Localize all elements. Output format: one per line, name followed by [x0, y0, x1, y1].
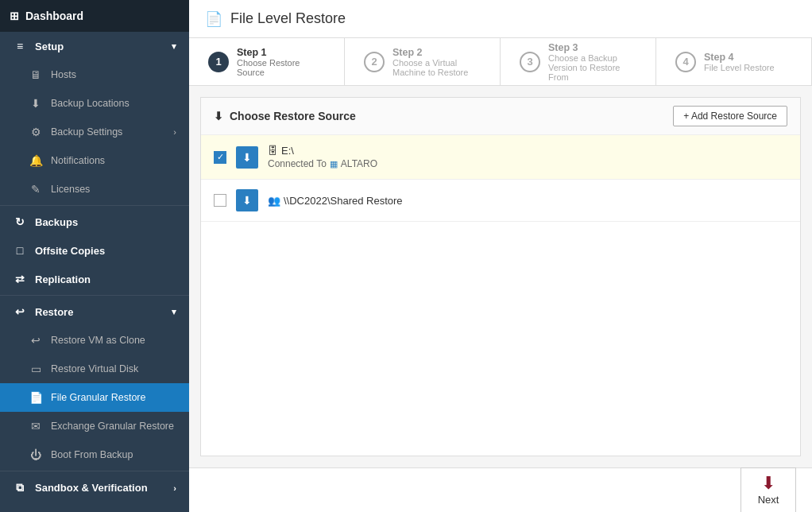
sidebar-item-setup[interactable]: ≡ Setup ▾ — [0, 32, 189, 60]
app-title[interactable]: Dashboard — [25, 10, 83, 22]
notifications-icon: 🔔 — [29, 154, 43, 167]
sidebar-item-offsite-copies[interactable]: □ Offsite Copies — [0, 236, 189, 265]
panel-header: ⬇ Choose Restore Source + Add Restore So… — [201, 98, 800, 135]
sidebar-header: ⊞ Dashboard — [0, 0, 189, 32]
sidebar-label-notifications: Notifications — [51, 155, 105, 166]
chevron-right-icon: › — [173, 127, 176, 137]
sidebar-label-replication: Replication — [35, 273, 91, 285]
sidebar-item-boot-from-backup[interactable]: ⏻ Boot From Backup — [0, 440, 189, 469]
sidebar-label-boot: Boot From Backup — [51, 449, 133, 460]
backups-icon: ↻ — [13, 215, 27, 228]
steps-bar: 1 Step 1 Choose Restore Source 2 Step 2 … — [189, 38, 812, 86]
step-1-circle: 1 — [208, 52, 229, 72]
exchange-icon: ✉ — [29, 420, 43, 432]
sidebar-item-file-granular-restore[interactable]: 📄 File Granular Restore — [0, 383, 189, 412]
source-1-name: 🗄 E:\ — [268, 145, 377, 157]
source-1-grid-icon: ▦ — [330, 159, 338, 169]
replication-icon: ⇄ — [13, 273, 27, 285]
step-2: 2 Step 2 Choose a Virtual Machine to Res… — [345, 38, 501, 85]
step-1-text: Step 1 Choose Restore Source — [237, 47, 325, 77]
source-1-sub: Connected To ▦ ALTARO — [268, 158, 377, 169]
boot-icon: ⏻ — [29, 448, 43, 461]
file-granular-icon: 📄 — [29, 391, 43, 404]
step-3-circle: 3 — [520, 52, 540, 72]
backup-settings-icon: ⚙ — [29, 126, 43, 138]
sidebar-item-sandbox[interactable]: ⧉ Sandbox & Verification › — [0, 473, 189, 502]
sidebar-item-restore-vm-clone[interactable]: ↩ Restore VM as Clone — [0, 326, 189, 355]
content-area: ⬇ Choose Restore Source + Add Restore So… — [189, 86, 812, 467]
restore-vm-clone-icon: ↩ — [29, 334, 43, 347]
sidebar-label-offsite: Offsite Copies — [35, 245, 105, 257]
source-row-2[interactable]: ⬇ 👥 \\DC2022\Shared Restore — [201, 180, 800, 222]
source-1-sub-label: Connected To — [268, 158, 327, 169]
step-4-label: Step 4 — [704, 52, 775, 63]
sidebar-item-restore-virtual-disk[interactable]: ▭ Restore Virtual Disk — [0, 355, 189, 383]
sidebar-label-backup-settings: Backup Settings — [51, 126, 122, 138]
source-1-drive-icon: 🗄 — [268, 145, 278, 157]
source-1-download-icon: ⬇ — [236, 146, 258, 169]
sandbox-icon: ⧉ — [13, 481, 27, 495]
step-2-label: Step 2 — [392, 47, 481, 58]
source-2-info: 👥 \\DC2022\Shared Restore — [268, 195, 403, 207]
sidebar: ⊞ Dashboard ≡ Setup ▾ 🖥 Hosts ⬇ Backup L… — [0, 0, 189, 512]
sidebar-label-restore-vdisk: Restore Virtual Disk — [51, 363, 138, 374]
hosts-icon: 🖥 — [29, 68, 43, 81]
source-1-checkbox[interactable]: ✓ — [214, 151, 226, 164]
sidebar-item-exchange-granular-restore[interactable]: ✉ Exchange Granular Restore — [0, 412, 189, 440]
step-4-text: Step 4 File Level Restore — [704, 52, 775, 72]
source-1-name-text: E:\ — [281, 145, 294, 157]
sidebar-item-hosts[interactable]: 🖥 Hosts — [0, 60, 189, 89]
step-3-desc: Choose a Backup Version to Restore From — [548, 53, 636, 82]
footer-bar: ⬇ Next — [189, 467, 812, 512]
sidebar-label-restore: Restore — [35, 306, 73, 318]
sidebar-label-exchange: Exchange Granular Restore — [51, 421, 174, 432]
source-2-download-icon: ⬇ — [236, 189, 258, 211]
step-2-text: Step 2 Choose a Virtual Machine to Resto… — [392, 47, 481, 77]
sidebar-item-backups[interactable]: ↻ Backups — [0, 208, 189, 236]
step-3-text: Step 3 Choose a Backup Version to Restor… — [548, 42, 636, 82]
page-title: File Level Restore — [230, 10, 346, 27]
setup-icon: ≡ — [13, 40, 27, 52]
chevron-down-icon: ▾ — [172, 41, 176, 52]
source-1-sub-value: ALTARO — [341, 158, 377, 169]
licenses-icon: ✎ — [29, 183, 43, 196]
dashboard-icon: ⊞ — [10, 10, 19, 22]
source-row-1[interactable]: ✓ ⬇ 🗄 E:\ Connected To ▦ ALTARO — [201, 135, 800, 180]
next-arrow-icon: ⬇ — [761, 475, 775, 492]
sidebar-label-file-granular: File Granular Restore — [51, 392, 146, 403]
step-1-label: Step 1 — [237, 47, 325, 58]
add-restore-source-button[interactable]: + Add Restore Source — [673, 106, 787, 126]
sidebar-label-backups: Backups — [35, 216, 78, 228]
chevron-right-icon-sandbox: › — [173, 483, 176, 493]
step-2-circle: 2 — [364, 52, 385, 72]
panel-title-text: Choose Restore Source — [230, 110, 356, 122]
source-1-info: 🗄 E:\ Connected To ▦ ALTARO — [268, 145, 377, 169]
panel-title: ⬇ Choose Restore Source — [214, 110, 356, 122]
add-restore-source-label: + Add Restore Source — [683, 111, 777, 122]
restore-vdisk-icon: ▭ — [29, 363, 43, 375]
next-button[interactable]: ⬇ Next — [740, 467, 796, 512]
sidebar-label-hosts: Hosts — [51, 69, 76, 80]
sidebar-item-backup-settings[interactable]: ⚙ Backup Settings › — [0, 118, 189, 146]
step-4-circle: 4 — [675, 52, 696, 72]
step-3: 3 Step 3 Choose a Backup Version to Rest… — [501, 38, 656, 85]
step-4: 4 Step 4 File Level Restore — [656, 38, 812, 85]
step-1-desc: Choose Restore Source — [237, 58, 325, 77]
offsite-icon: □ — [13, 244, 27, 257]
chevron-down-icon-restore: ▾ — [172, 307, 176, 317]
backup-locations-icon: ⬇ — [29, 97, 43, 110]
sidebar-label-restore-vm-clone: Restore VM as Clone — [51, 335, 145, 346]
next-button-label: Next — [758, 494, 779, 506]
sidebar-item-replication[interactable]: ⇄ Replication — [0, 265, 189, 293]
panel-title-icon: ⬇ — [214, 110, 223, 122]
sidebar-label-licenses: Licenses — [51, 184, 90, 195]
source-2-checkbox[interactable] — [214, 194, 226, 207]
step-2-desc: Choose a Virtual Machine to Restore — [392, 58, 481, 77]
sidebar-item-backup-locations[interactable]: ⬇ Backup Locations — [0, 89, 189, 118]
sidebar-item-notifications[interactable]: 🔔 Notifications — [0, 146, 189, 175]
sidebar-label-sandbox: Sandbox & Verification — [35, 482, 148, 494]
sidebar-item-restore[interactable]: ↩ Restore ▾ — [0, 297, 189, 326]
page-header: 📄 File Level Restore — [189, 0, 812, 38]
source-2-share-icon: 👥 — [268, 195, 280, 207]
sidebar-item-licenses[interactable]: ✎ Licenses — [0, 175, 189, 204]
